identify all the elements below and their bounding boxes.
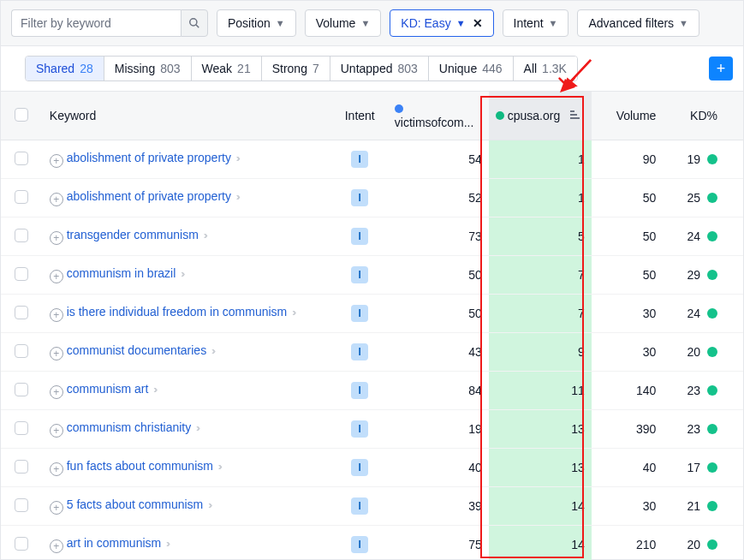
select-all-checkbox[interactable] (15, 108, 28, 122)
kd-dot-icon (707, 424, 717, 434)
tab-label: All (524, 62, 538, 75)
volume-filter[interactable]: Volume ▼ (305, 9, 382, 37)
clear-kd-filter-icon[interactable]: ✕ (471, 16, 483, 30)
table-row: + 5 facts about communism ››I39143021 (1, 487, 743, 526)
keyword-link[interactable]: communist documentaries (67, 343, 206, 357)
keyword-filter-input[interactable] (11, 9, 181, 37)
tab-untapped[interactable]: Untapped 803 (330, 57, 428, 80)
search-button[interactable] (181, 9, 208, 37)
expand-icon[interactable]: + (50, 193, 63, 206)
domain2-value: 14 (489, 526, 592, 561)
header-intent[interactable]: Intent (332, 92, 388, 140)
header-kd[interactable]: KD% (663, 92, 743, 140)
kd-dot-icon (707, 462, 717, 473)
tab-count: 7 (312, 62, 319, 75)
keyword-link[interactable]: 5 facts about communism (67, 497, 204, 511)
advanced-filters[interactable]: Advanced filters ▼ (577, 9, 699, 37)
row-checkbox[interactable] (15, 498, 28, 512)
intent-badge: I (351, 459, 368, 476)
volume-value: 50 (592, 217, 663, 256)
domain2-value: 1 (489, 140, 592, 179)
row-checkbox[interactable] (15, 383, 28, 396)
kd-dot-icon (707, 231, 717, 241)
domain2-value: 9 (489, 333, 592, 372)
tab-count: 803 (160, 62, 180, 75)
chevrons-right-icon: ›› (181, 268, 182, 280)
table-row: + fun facts about communism ››I40134017 (1, 449, 743, 487)
intent-badge: I (351, 151, 368, 168)
domain1-value: 73 (388, 217, 489, 256)
header-domain1[interactable]: victimsofcom... (388, 92, 489, 140)
tab-missing[interactable]: Missing 803 (104, 57, 191, 80)
row-checkbox[interactable] (15, 537, 28, 551)
svg-line-1 (196, 25, 199, 27)
intent-filter-label: Intent (514, 16, 544, 30)
chevrons-right-icon: ›› (218, 461, 220, 473)
svg-rect-2 (570, 110, 574, 112)
tab-all[interactable]: All 1.3K (513, 57, 577, 80)
keyword-link[interactable]: is there individual freedom in communism (67, 305, 288, 319)
table-row: + art in communism ››I751421020 (1, 526, 743, 561)
tab-strong[interactable]: Strong 7 (261, 57, 330, 80)
domain2-value: 1 (489, 179, 592, 217)
tab-label: Strong (272, 62, 307, 75)
keyword-link[interactable]: transgender communism (67, 228, 199, 241)
svg-rect-4 (570, 117, 580, 119)
svg-rect-3 (570, 114, 577, 116)
domain2-dot-icon (496, 111, 504, 120)
row-checkbox[interactable] (15, 421, 28, 435)
chevron-down-icon: ▼ (276, 18, 285, 28)
row-checkbox[interactable] (15, 460, 28, 474)
expand-icon[interactable]: + (50, 501, 63, 515)
advanced-filters-label: Advanced filters (588, 16, 674, 30)
expand-icon[interactable]: + (50, 462, 63, 476)
expand-icon[interactable]: + (50, 231, 63, 245)
kd-value: 29 (687, 268, 700, 282)
tabs-row: Shared 28 Missing 803 Weak 21 Strong 7 U… (1, 46, 743, 92)
header-volume[interactable]: Volume (592, 92, 663, 140)
intent-filter[interactable]: Intent ▼ (503, 9, 569, 37)
row-checkbox[interactable] (15, 229, 28, 242)
chevron-down-icon: ▼ (360, 18, 370, 28)
tab-count: 21 (237, 62, 251, 75)
header-keyword[interactable]: Keyword (43, 92, 332, 140)
expand-icon[interactable]: + (50, 308, 63, 322)
domain2-value: 7 (489, 295, 592, 333)
row-checkbox[interactable] (15, 190, 28, 204)
keyword-table: Keyword Intent victimsofcom... cpusa.org… (1, 92, 743, 560)
keyword-link[interactable]: abolishment of private property (67, 189, 231, 203)
chevrons-right-icon: ›› (211, 345, 213, 357)
expand-icon[interactable]: + (50, 385, 63, 399)
domain1-value: 75 (388, 526, 489, 561)
kd-filter[interactable]: KD: Easy ▼ ✕ (390, 9, 493, 37)
header-domain2[interactable]: cpusa.org (489, 92, 592, 140)
volume-value: 140 (592, 372, 663, 410)
row-checkbox[interactable] (15, 306, 28, 319)
expand-icon[interactable]: + (50, 539, 63, 553)
kd-dot-icon (707, 154, 717, 164)
expand-icon[interactable]: + (50, 270, 63, 283)
tab-weak[interactable]: Weak 21 (191, 57, 261, 80)
add-button[interactable]: + (709, 57, 733, 80)
tab-shared[interactable]: Shared 28 (26, 57, 104, 80)
keyword-link[interactable]: communism christianity (67, 420, 191, 434)
table-row: + communism art ››I841114023 (1, 372, 743, 410)
keyword-link[interactable]: communism art (67, 382, 149, 396)
tab-unique[interactable]: Unique 446 (428, 57, 513, 80)
position-filter[interactable]: Position ▼ (217, 9, 296, 37)
keyword-link[interactable]: communism in brazil (67, 266, 176, 280)
expand-icon[interactable]: + (50, 347, 63, 360)
domain1-value: 39 (388, 487, 489, 526)
expand-icon[interactable]: + (50, 154, 63, 168)
expand-icon[interactable]: + (50, 424, 63, 438)
keyword-link[interactable]: art in communism (67, 536, 161, 550)
intent-badge: I (351, 228, 368, 245)
kd-dot-icon (707, 501, 717, 511)
row-checkbox[interactable] (15, 152, 28, 165)
row-checkbox[interactable] (15, 344, 28, 358)
svg-point-0 (190, 19, 197, 26)
keyword-link[interactable]: abolishment of private property (67, 151, 231, 164)
keyword-link[interactable]: fun facts about communism (67, 459, 213, 473)
tab-count: 446 (482, 62, 502, 75)
row-checkbox[interactable] (15, 267, 28, 281)
